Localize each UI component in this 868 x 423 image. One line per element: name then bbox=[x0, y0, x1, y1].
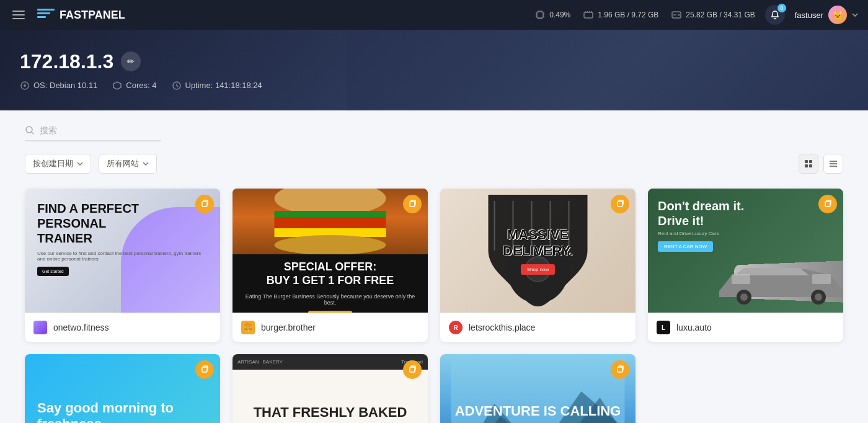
svg-rect-0 bbox=[537, 12, 543, 18]
search-input[interactable] bbox=[40, 125, 151, 135]
site-card-tea[interactable]: Say good morning to freshness C caytea.c… bbox=[25, 354, 220, 423]
site-card-bakery[interactable]: ARTISAN BAKERY Try Bread THAT FRESHLY BA… bbox=[232, 354, 428, 423]
svg-point-22 bbox=[24, 84, 26, 87]
site-card-travel[interactable]: ADVENTURE IS CALLING Choose and buy tour… bbox=[440, 354, 636, 423]
thumb-tea-bg: Say good morning to freshness bbox=[25, 354, 220, 423]
burger-sub: Eating The Burger Business Seriously bec… bbox=[232, 293, 428, 306]
chevron-down-icon bbox=[852, 13, 858, 17]
copy-site-button-guitar[interactable] bbox=[611, 195, 629, 213]
hero-content: 172.18.1.3 ✏ OS: Debian 10.11 Cores: 4 U… bbox=[20, 50, 262, 91]
thumb-fitness-bg: FIND A PERFECTPERSONALTRAINER Use our se… bbox=[25, 189, 220, 313]
top-navigation: FASTPANEL 0.49% 1.96 GB / 9.72 GB 25.82 … bbox=[0, 0, 868, 30]
sites-grid: FIND A PERFECTPERSONALTRAINER Use our se… bbox=[25, 189, 843, 423]
svg-rect-27 bbox=[809, 160, 812, 163]
hamburger-menu[interactable] bbox=[10, 8, 27, 22]
os-info: OS: Debian 10.11 bbox=[20, 81, 97, 91]
svg-rect-56 bbox=[410, 367, 415, 372]
thumb-burger-bg: SPECIAL OFFER:BUY 1 GET 1 FOR FREE Eatin… bbox=[232, 189, 428, 313]
site-thumbnail-bakery: ARTISAN BAKERY Try Bread THAT FRESHLY BA… bbox=[232, 354, 428, 423]
list-view-button[interactable] bbox=[823, 154, 843, 174]
date-filter-label: 按创建日期 bbox=[33, 158, 73, 169]
car-headline: Don't dream it.Drive it! bbox=[658, 198, 833, 228]
svg-rect-29 bbox=[809, 164, 812, 167]
cores-info: Cores: 4 bbox=[112, 81, 156, 91]
car-cta: RENT A CAR NOW bbox=[658, 241, 713, 252]
system-stats: 0.49% 1.96 GB / 9.72 GB 25.82 GB / 34.31… bbox=[534, 9, 755, 20]
svg-rect-34 bbox=[410, 202, 415, 207]
copy-site-button-tea[interactable] bbox=[195, 360, 214, 379]
disk-value: 25.82 GB / 34.31 GB bbox=[686, 11, 755, 19]
favicon-fitness bbox=[33, 321, 47, 334]
ram-value: 1.96 GB / 9.72 GB bbox=[598, 11, 658, 19]
bakery-headline: THAT FRESHLY BAKED SMELL. bbox=[245, 404, 415, 423]
username-label: fastuser bbox=[795, 11, 823, 20]
main-content: 按创建日期 所有网站 bbox=[0, 110, 868, 423]
grid-view-button[interactable] bbox=[799, 154, 818, 174]
svg-rect-26 bbox=[805, 160, 808, 163]
logo-icon bbox=[37, 9, 55, 21]
site-name-fitness: onetwo.fitness bbox=[53, 323, 109, 332]
svg-rect-53 bbox=[812, 274, 831, 284]
cpu-stat: 0.49% bbox=[534, 9, 570, 20]
thumb-guitar-bg: MASSIVEDELIVERY. Shop now bbox=[440, 189, 636, 313]
view-toggles bbox=[799, 154, 843, 174]
site-name-guitar: letsrockthis.place bbox=[469, 323, 535, 332]
site-card-fitness[interactable]: FIND A PERFECTPERSONALTRAINER Use our se… bbox=[25, 189, 220, 342]
favicon-burger: 🍔 bbox=[241, 321, 255, 334]
date-filter-chevron bbox=[77, 162, 83, 166]
car-sub: Rent and Drive Luxury Cars bbox=[658, 231, 833, 236]
site-thumbnail-car: Don't dream it.Drive it! Rent and Drive … bbox=[648, 189, 843, 313]
site-name-car: luxu.auto bbox=[676, 323, 712, 332]
copy-site-button-travel[interactable] bbox=[611, 360, 629, 379]
server-hero-banner: 172.18.1.3 ✏ OS: Debian 10.11 Cores: 4 U… bbox=[0, 30, 868, 110]
uptime-info: Uptime: 141:18:18:24 bbox=[172, 81, 262, 91]
guitar-headline: MASSIVEDELIVERY. bbox=[503, 227, 573, 259]
filter-bar: 按创建日期 所有网站 bbox=[25, 154, 843, 174]
copy-site-button-burger[interactable] bbox=[403, 195, 422, 213]
svg-rect-48 bbox=[825, 202, 830, 207]
server-ip-section: 172.18.1.3 ✏ bbox=[20, 50, 262, 73]
os-label: OS: Debian 10.11 bbox=[33, 81, 97, 90]
site-card-burger[interactable]: SPECIAL OFFER:BUY 1 GET 1 FOR FREE Eatin… bbox=[232, 189, 428, 342]
site-filter-chevron bbox=[143, 162, 149, 166]
fitness-headline: FIND A PERFECTPERSONALTRAINER bbox=[37, 201, 208, 246]
fitness-cta: Get started bbox=[37, 267, 69, 276]
svg-point-50 bbox=[740, 293, 748, 301]
cpu-value: 0.49% bbox=[549, 11, 570, 19]
site-card-guitar[interactable]: MASSIVEDELIVERY. Shop now R letsrockthis… bbox=[440, 189, 636, 342]
logo[interactable]: FASTPANEL bbox=[37, 9, 125, 22]
user-avatar: 🐱 bbox=[828, 6, 847, 24]
svg-rect-28 bbox=[805, 164, 808, 167]
notification-badge: 0 bbox=[777, 4, 786, 12]
user-menu[interactable]: fastuser 🐱 bbox=[795, 6, 858, 24]
logo-text: FASTPANEL bbox=[60, 9, 125, 22]
copy-site-button-car[interactable] bbox=[818, 195, 837, 213]
copy-site-button-bakery[interactable] bbox=[403, 360, 422, 379]
guitar-cta: Shop now bbox=[521, 264, 556, 275]
copy-site-button-fitness[interactable] bbox=[195, 195, 214, 213]
thumb-travel-bg: ADVENTURE IS CALLING Choose and buy tour… bbox=[440, 354, 636, 423]
site-name-burger: burger.brother bbox=[261, 323, 316, 332]
tea-headline: Say good morning to freshness bbox=[37, 400, 208, 423]
burger-cta: SEE OFFERS bbox=[308, 311, 352, 313]
edit-server-button[interactable]: ✏ bbox=[121, 51, 141, 71]
svg-point-19 bbox=[678, 14, 680, 16]
ram-stat: 1.96 GB / 9.72 GB bbox=[583, 9, 658, 20]
svg-rect-40 bbox=[618, 202, 622, 207]
site-filter-button[interactable]: 所有网站 bbox=[99, 154, 157, 174]
site-card-car[interactable]: Don't dream it.Drive it! Rent and Drive … bbox=[648, 189, 843, 342]
svg-rect-13 bbox=[584, 12, 593, 18]
server-meta: OS: Debian 10.11 Cores: 4 Uptime: 141:18… bbox=[20, 81, 262, 91]
thumb-bakery-bg: ARTISAN BAKERY Try Bread THAT FRESHLY BA… bbox=[232, 354, 428, 423]
site-footer-burger: 🍔 burger.brother bbox=[232, 313, 428, 342]
favicon-guitar: R bbox=[449, 321, 463, 334]
date-filter-button[interactable]: 按创建日期 bbox=[25, 154, 91, 174]
site-thumbnail-tea: Say good morning to freshness bbox=[25, 354, 220, 423]
search-bar[interactable] bbox=[25, 125, 161, 141]
search-icon bbox=[25, 125, 35, 135]
notification-bell[interactable]: 0 bbox=[765, 5, 785, 25]
svg-rect-33 bbox=[202, 202, 207, 207]
travel-headline: ADVENTURE IS CALLING bbox=[455, 403, 621, 419]
svg-point-39 bbox=[275, 235, 386, 254]
site-footer-guitar: R letsrockthis.place bbox=[440, 313, 636, 342]
